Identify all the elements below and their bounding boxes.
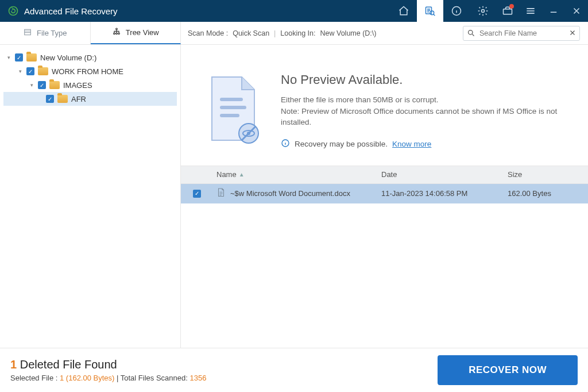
document-icon — [216, 187, 226, 199]
column-name[interactable]: Name ▲ — [213, 170, 381, 179]
search-icon — [467, 29, 475, 40]
scan-results-button[interactable] — [417, 0, 443, 22]
tab-label: Tree View — [126, 28, 159, 37]
app-logo-icon — [7, 5, 20, 17]
footer: 1 Deleted File Found Selected File : 1 (… — [0, 348, 588, 392]
tree-label: WORK FROM HOME — [52, 67, 123, 76]
tree-label: AFR — [71, 95, 86, 103]
svg-point-10 — [118, 33, 120, 34]
checkbox[interactable]: ✓ — [15, 53, 23, 62]
tree-item[interactable]: ▾ ✓ WORK FROM HOME — [3, 64, 177, 78]
content-area: ▾ ✓ New Volume (D:) ▾ ✓ WORK FROM HOME ▾… — [0, 45, 588, 348]
chevron-down-icon[interactable]: ▾ — [6, 55, 11, 60]
list-icon — [23, 28, 32, 39]
home-button[interactable] — [390, 0, 417, 22]
chevron-down-icon[interactable]: ▾ — [17, 68, 23, 74]
tree-item-selected[interactable]: ✓ AFR — [3, 92, 177, 106]
preview-line1: Either the file is more than 50MB or is … — [281, 94, 567, 106]
divider: | — [274, 29, 276, 37]
tree-item[interactable]: ▾ ✓ IMAGES — [3, 78, 177, 92]
tree-label: IMAGES — [63, 81, 92, 90]
scanned-value: 1356 — [189, 374, 206, 382]
tree-icon — [112, 27, 121, 38]
recovery-text: Recovery may be possible. — [295, 140, 388, 148]
close-button[interactable] — [565, 0, 588, 22]
svg-rect-6 — [25, 29, 31, 34]
folder-icon — [57, 95, 68, 103]
footer-heading: 1 Deleted File Found — [10, 358, 206, 371]
search-box — [463, 26, 580, 41]
titlebar: Advanced File Recovery — [0, 0, 588, 22]
menu-button[interactable] — [519, 0, 542, 22]
clear-search-icon[interactable] — [568, 29, 577, 39]
folder-icon — [26, 53, 37, 62]
looking-in-label: Looking In: — [280, 29, 315, 37]
tab-label: File Type — [37, 29, 67, 37]
sub-header: File Type Tree View Scan Mode : Quick Sc… — [0, 22, 588, 45]
minimize-button[interactable] — [542, 0, 565, 22]
info-icon — [281, 139, 290, 149]
no-preview-icon — [202, 72, 265, 147]
tab-file-type[interactable]: File Type — [0, 22, 91, 44]
svg-point-11 — [469, 30, 473, 34]
preview-line2: Note: Preview of Microsoft Office docume… — [281, 106, 567, 128]
recover-now-button[interactable]: RECOVER NOW — [438, 355, 578, 385]
checkbox[interactable]: ✓ — [46, 95, 54, 103]
scan-mode-value: Quick Scan — [233, 29, 269, 37]
info-button[interactable] — [443, 0, 470, 22]
svg-point-9 — [116, 33, 118, 34]
file-date: 11-Jan-2023 14:06:58 PM — [381, 189, 508, 198]
column-size[interactable]: Size — [508, 170, 588, 179]
app-title: Advanced File Recovery — [24, 6, 118, 16]
svg-point-2 — [430, 11, 434, 15]
preview-heading: No Preview Available. — [281, 72, 567, 87]
tree-label: New Volume (D:) — [40, 53, 96, 62]
checkbox[interactable]: ✓ — [26, 67, 34, 75]
svg-rect-12 — [220, 98, 243, 101]
svg-rect-13 — [220, 106, 246, 109]
tree-pane: ▾ ✓ New Volume (D:) ▾ ✓ WORK FROM HOME ▾… — [0, 45, 181, 348]
file-size: 162.00 Bytes — [508, 189, 588, 198]
tree-item-root[interactable]: ▾ ✓ New Volume (D:) — [3, 51, 177, 64]
selected-value: 1 (162.00 Bytes) — [60, 374, 114, 382]
toolbox-button[interactable] — [496, 0, 519, 22]
footer-sub: Selected File : 1 (162.00 Bytes) | Total… — [10, 374, 206, 382]
folder-icon — [38, 67, 48, 75]
column-date[interactable]: Date — [381, 170, 508, 179]
tab-tree-view[interactable]: Tree View — [91, 22, 181, 44]
chevron-down-icon[interactable]: ▾ — [29, 82, 34, 88]
file-name: ~$w Microsoft Word Document.docx — [230, 189, 350, 198]
grid-header: Name ▲ Date Size — [181, 166, 588, 184]
right-pane: No Preview Available. Either the file is… — [181, 45, 588, 348]
svg-point-7 — [116, 28, 118, 30]
svg-rect-5 — [504, 9, 512, 14]
deleted-count: 1 — [10, 358, 17, 371]
checkbox[interactable]: ✓ — [193, 190, 201, 198]
search-input[interactable] — [463, 26, 580, 41]
scan-info: Scan Mode : Quick Scan | Looking In: New… — [181, 22, 463, 44]
settings-button[interactable] — [470, 0, 496, 22]
svg-point-8 — [114, 33, 115, 34]
svg-point-4 — [482, 10, 485, 13]
table-row[interactable]: ✓ ~$w Microsoft Word Document.docx 11-Ja… — [181, 184, 588, 203]
scan-mode-label: Scan Mode : — [188, 29, 228, 37]
sort-asc-icon: ▲ — [239, 171, 245, 178]
deleted-label: Deleted File Found — [20, 358, 117, 371]
svg-point-0 — [9, 7, 18, 16]
checkbox[interactable]: ✓ — [38, 81, 46, 89]
folder-icon — [49, 81, 60, 89]
preview-area: No Preview Available. Either the file is… — [181, 45, 588, 166]
looking-in-value: New Volume (D:\) — [320, 29, 377, 37]
know-more-link[interactable]: Know more — [392, 140, 431, 148]
svg-rect-14 — [220, 114, 239, 117]
